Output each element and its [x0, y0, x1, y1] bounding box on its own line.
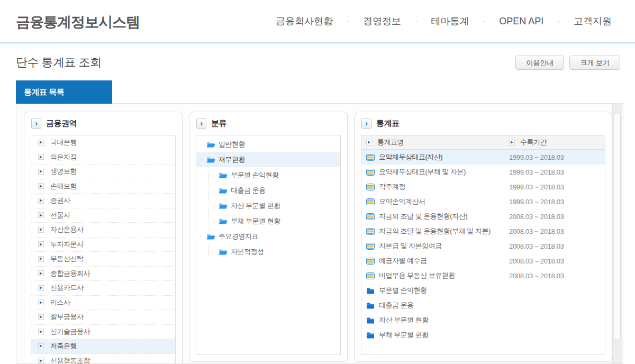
column-header-name: 통계표명	[377, 138, 404, 147]
table-row[interactable]: 자본금 및 자본잉여금2008.03 ~ 2018.03	[361, 239, 605, 253]
tree-node[interactable]: 주요경영지표	[196, 229, 340, 244]
table-row[interactable]: 요약손익계산서1999.03 ~ 2018.03	[361, 194, 605, 209]
sector-item[interactable]: 투자자문사	[31, 238, 175, 252]
period-value: 1999.03 ~ 2018.03	[509, 183, 605, 191]
open-folder-icon	[219, 187, 228, 194]
table-row-folder[interactable]: 부채 부문별 현황	[361, 327, 605, 342]
top-header: 금융통계정보시스템 금융회사현황 · 경영정보 · 테마통계 · OPEN AP…	[0, 0, 635, 43]
table-row-folder[interactable]: 부문별 손익현황	[361, 283, 605, 298]
chevron-right-icon: ›	[31, 119, 41, 129]
period-value: 2008.03 ~ 2018.03	[509, 228, 605, 235]
period-value: 2008.03 ~ 2018.03	[509, 272, 605, 280]
play-icon	[38, 183, 44, 189]
period-value: 1999.03 ~ 2018.03	[509, 153, 605, 161]
play-icon	[38, 169, 44, 175]
nav-item-management-info[interactable]: 경영정보	[363, 15, 401, 28]
open-folder-icon	[219, 202, 228, 210]
play-icon	[38, 154, 44, 160]
table-icon	[366, 169, 375, 176]
tree-node[interactable]: 대출금 운용	[208, 183, 340, 198]
usage-guide-button[interactable]: 이용안내	[515, 56, 564, 70]
tree-node[interactable]: 부채 부문별 현황	[208, 213, 340, 229]
tree-children: 부문별 손익현황 대출금 운용 자산 부문별 현황 부채 부문별 현황	[208, 167, 340, 229]
period-value: 1999.03 ~ 2018.03	[509, 168, 605, 176]
panel-header: › 분류	[189, 112, 347, 135]
play-icon	[38, 227, 44, 233]
title-buttons: 이용안내 크게 보기	[515, 56, 620, 70]
panel-title: 분류	[211, 119, 226, 129]
tab-statistics-list[interactable]: 통계표 목록	[16, 80, 112, 104]
table-row[interactable]: 각주계정1999.03 ~ 2018.03	[361, 179, 605, 194]
panel-title: 통계표	[376, 119, 400, 129]
open-folder-icon	[219, 248, 228, 256]
column-header-period: 수록기간	[520, 138, 547, 147]
enlarge-view-button[interactable]: 크게 보기	[569, 56, 620, 70]
tree-node-selected[interactable]: 재무현황	[196, 152, 340, 167]
panel-header: › 금융권역	[24, 112, 182, 135]
table-icon	[366, 198, 375, 205]
sector-item[interactable]: 부동산신탁	[31, 252, 175, 267]
nav-separator: ·	[557, 17, 560, 25]
table-row[interactable]: 자금의 조달 및 운용현황(자산)2008.03 ~ 2018.03	[361, 209, 605, 224]
sector-item[interactable]: 리스사	[31, 296, 175, 311]
sector-item[interactable]: 할부금융사	[31, 310, 175, 325]
sector-item[interactable]: 증권사	[31, 194, 175, 208]
table-row-folder[interactable]: 자산 부문별 현황	[361, 313, 605, 327]
sector-item[interactable]: 신용카드사	[31, 281, 175, 296]
nav-separator: ·	[347, 17, 349, 25]
sector-item[interactable]: 자산운용사	[31, 223, 175, 238]
chevron-right-icon: ›	[196, 119, 206, 129]
folder-icon	[366, 332, 375, 339]
nav-item-financial-companies[interactable]: 금융회사현황	[276, 15, 333, 28]
nav-item-theme-stats[interactable]: 테마통계	[431, 15, 469, 28]
table-row[interactable]: 요약재무상태표(부채 및 자본)1999.03 ~ 2018.03	[361, 165, 605, 179]
table-row[interactable]: 비업무용 부동산 보유현황2008.03 ~ 2018.03	[361, 268, 605, 283]
table-icon	[366, 184, 375, 190]
tree-children: 자본적정성	[208, 244, 340, 259]
play-icon	[38, 241, 44, 247]
tree-node[interactable]: 부문별 손익현황	[208, 167, 340, 183]
tree-node[interactable]: 자본적정성	[208, 244, 340, 259]
nav-item-customer-support[interactable]: 고객지원	[574, 15, 612, 28]
page-title: 단수 통계표 조회	[16, 54, 102, 70]
play-icon	[38, 358, 44, 363]
tree-node[interactable]: 일반현황	[196, 136, 340, 152]
play-icon	[38, 299, 44, 305]
play-icon	[38, 198, 44, 204]
play-icon	[38, 314, 44, 320]
sector-item[interactable]: 생명보험	[31, 165, 175, 179]
sector-item[interactable]: 신기술금융사	[31, 325, 175, 340]
sector-item[interactable]: 선물사	[31, 208, 175, 223]
table-row-folder[interactable]: 대출금 운용	[361, 298, 605, 313]
table-header-row: 통계표명 수록기간	[361, 135, 605, 150]
period-value: 2008.03 ~ 2018.03	[509, 213, 605, 221]
panel-title: 금융권역	[46, 119, 77, 129]
tree-node[interactable]: 자산 부문별 현황	[208, 198, 340, 213]
app-logo[interactable]: 금융통계정보시스템	[16, 13, 140, 32]
sector-item[interactable]: 신용협동조합	[31, 354, 175, 364]
vertical-scrollbar[interactable]	[612, 104, 622, 364]
nav-separator: ·	[415, 17, 418, 25]
sector-list: 국내은행 외은지점 생명보험 손해보험 증권사 선물사 자산운용사 투자자문사 …	[31, 135, 176, 364]
table-icon	[366, 213, 375, 220]
scrollbar-thumb[interactable]	[614, 113, 621, 340]
panel-financial-sectors: › 금융권역 국내은행 외은지점 생명보험 손해보험 증권사 선물사 자산운용사…	[24, 112, 183, 364]
sector-item-selected[interactable]: 저축은행	[31, 339, 175, 354]
table-row-selected[interactable]: 요약재무상태표(자산)1999.03 ~ 2018.03	[361, 150, 605, 165]
table-icon	[366, 272, 375, 279]
table-icon	[366, 228, 375, 235]
nav-item-open-api[interactable]: OPEN API	[499, 16, 543, 27]
sector-item[interactable]: 외은지점	[31, 150, 175, 165]
play-icon	[366, 140, 372, 145]
sector-item[interactable]: 국내은행	[31, 135, 175, 150]
sector-item[interactable]: 손해보험	[31, 179, 175, 194]
panel-classification: › 분류 일반현황 재무현황 부문별 손익현황 대출금 운용 자산 부문별 현황…	[189, 112, 348, 362]
sector-item[interactable]: 종합금융회사	[31, 267, 175, 281]
table-row[interactable]: 자금의 조달 및 운용현황(부채 및 자본)2008.03 ~ 2018.03	[361, 224, 605, 239]
table-row[interactable]: 예금자별 예수금2008.03 ~ 2018.03	[361, 253, 605, 268]
play-icon	[509, 140, 515, 145]
period-value: 2008.03 ~ 2018.03	[509, 257, 605, 265]
play-icon	[38, 285, 44, 291]
play-icon	[38, 270, 44, 276]
play-icon	[38, 343, 44, 349]
